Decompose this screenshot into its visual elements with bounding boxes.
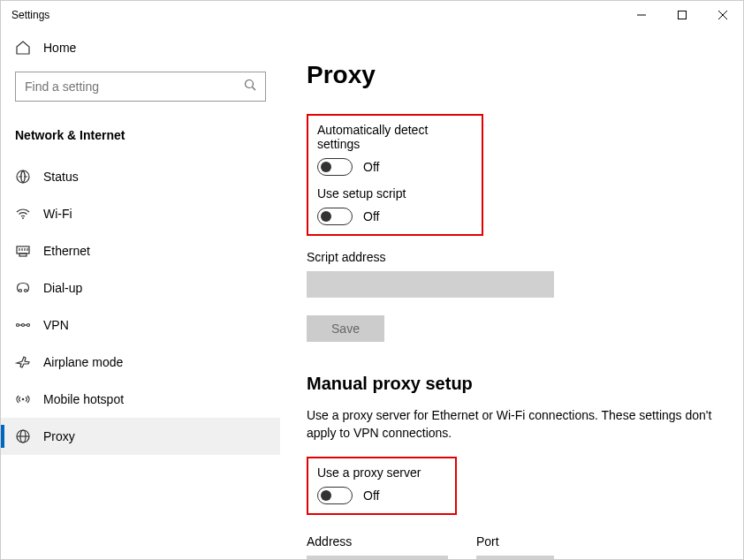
sidebar-item-label: Ethernet — [43, 244, 90, 258]
setup-script-label: Use setup script — [317, 186, 473, 201]
svg-point-18 — [27, 324, 30, 327]
sidebar-item-label: VPN — [43, 318, 69, 332]
window-title: Settings — [11, 9, 621, 21]
use-proxy-highlight: Use a proxy server Off — [307, 457, 457, 515]
svg-rect-1 — [679, 11, 687, 19]
svg-rect-9 — [19, 254, 27, 256]
svg-point-21 — [22, 398, 25, 401]
vpn-icon — [15, 317, 31, 333]
auto-proxy-highlight: Automatically detect settings Off Use se… — [307, 114, 483, 236]
script-address-label: Script address — [307, 250, 717, 264]
sidebar-section-label: Network & Internet — [1, 107, 280, 158]
sidebar-item-vpn[interactable]: VPN — [1, 306, 280, 344]
svg-point-17 — [22, 324, 25, 327]
ethernet-icon — [15, 243, 31, 259]
use-proxy-label: Use a proxy server — [317, 465, 446, 480]
svg-point-4 — [246, 80, 254, 88]
sidebar-item-label: Status — [43, 170, 79, 184]
search-icon — [244, 79, 256, 95]
script-address-input[interactable] — [307, 271, 554, 298]
home-label: Home — [43, 41, 76, 55]
close-icon — [718, 11, 727, 19]
manual-setup-desc: Use a proxy server for Ethernet or Wi-Fi… — [307, 406, 717, 443]
sidebar-item-label: Mobile hotspot — [43, 392, 124, 406]
port-label: Port — [476, 534, 554, 549]
search-input[interactable] — [15, 72, 266, 102]
dialup-icon — [15, 280, 31, 296]
manual-setup-title: Manual proxy setup — [307, 374, 717, 394]
close-button[interactable] — [702, 1, 743, 29]
airplane-icon — [15, 354, 31, 370]
auto-detect-toggle[interactable] — [317, 158, 353, 176]
use-proxy-state: Off — [363, 488, 379, 503]
page-title: Proxy — [307, 61, 717, 89]
sidebar-item-label: Dial-up — [43, 281, 82, 295]
home-icon — [15, 40, 31, 56]
content-pane: Proxy Automatically detect settings Off … — [280, 29, 743, 560]
sidebar-item-airplane[interactable]: Airplane mode — [1, 344, 280, 381]
sidebar-item-label: Airplane mode — [43, 355, 123, 369]
search-field[interactable] — [25, 79, 244, 94]
setup-script-state: Off — [363, 209, 379, 223]
svg-point-15 — [25, 290, 27, 292]
sidebar-item-wifi[interactable]: Wi-Fi — [1, 195, 280, 232]
port-input[interactable] — [476, 556, 554, 560]
auto-detect-state: Off — [363, 160, 379, 174]
minimize-button[interactable] — [621, 1, 662, 29]
wifi-icon — [15, 206, 31, 222]
proxy-icon — [15, 428, 31, 444]
use-proxy-toggle[interactable] — [317, 487, 353, 504]
hotspot-icon — [15, 391, 31, 407]
titlebar: Settings — [1, 1, 743, 29]
svg-point-16 — [17, 324, 19, 327]
sidebar-item-status[interactable]: Status — [1, 158, 280, 195]
auto-detect-label: Automatically detect settings — [317, 123, 473, 151]
maximize-button[interactable] — [662, 1, 702, 29]
sidebar-item-label: Proxy — [43, 429, 75, 443]
address-input[interactable] — [307, 556, 448, 560]
setup-script-toggle[interactable] — [317, 208, 353, 225]
sidebar: Home Network & Internet Status Wi-Fi Eth… — [1, 29, 280, 560]
address-label: Address — [307, 534, 448, 549]
sidebar-item-label: Wi-Fi — [43, 207, 72, 221]
sidebar-item-proxy[interactable]: Proxy — [1, 418, 280, 455]
status-icon — [15, 169, 31, 185]
sidebar-item-hotspot[interactable]: Mobile hotspot — [1, 381, 280, 418]
maximize-icon — [678, 11, 687, 19]
sidebar-item-dialup[interactable]: Dial-up — [1, 269, 280, 306]
svg-point-14 — [19, 290, 22, 292]
minimize-icon — [637, 11, 646, 19]
sidebar-item-ethernet[interactable]: Ethernet — [1, 232, 280, 269]
save-button[interactable]: Save — [307, 315, 384, 342]
svg-line-5 — [253, 87, 256, 91]
svg-point-7 — [22, 217, 24, 219]
home-button[interactable]: Home — [1, 29, 280, 66]
